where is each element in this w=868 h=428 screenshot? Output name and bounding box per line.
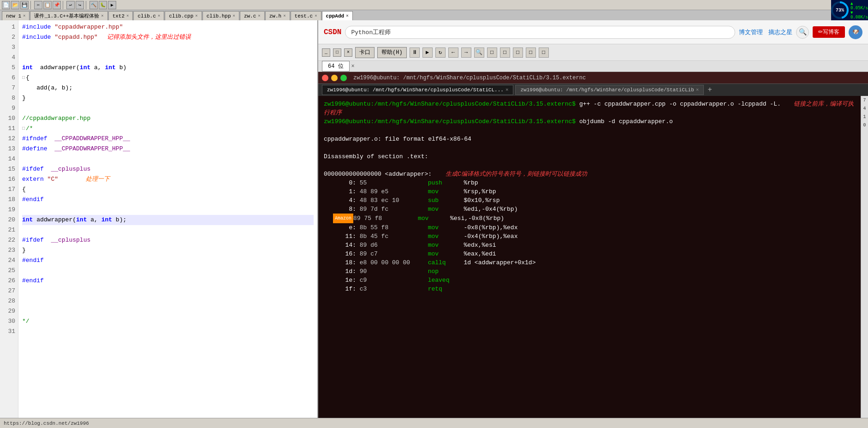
tab-zwh[interactable]: zw.h × <box>265 11 290 20</box>
toolbar-copy-icon[interactable]: 📋 <box>43 1 52 9</box>
tab-close-cppadd[interactable]: × <box>346 14 348 18</box>
tab-close-clibc[interactable]: × <box>158 14 160 18</box>
terminal-cmd2: objdumb -d cppaddwrapper.o <box>576 118 673 125</box>
fold-icon-6[interactable]: □ <box>22 73 25 83</box>
terminal-tab-2-label: zw1996@ubuntu: /mnt/hgfs/WinShare/cplusp… <box>520 87 694 93</box>
toolbar2-back-icon[interactable]: ← <box>448 48 458 58</box>
win-close-btn[interactable]: × <box>344 48 352 57</box>
tab-close-zwh[interactable]: × <box>283 14 285 18</box>
operand-18: 1d <addwrapper+0x1d> <box>464 259 535 266</box>
tab-clibc[interactable]: clib.c × <box>133 11 164 20</box>
tab-close-course[interactable]: × <box>101 14 103 18</box>
terminal-tab-2-close[interactable]: × <box>696 87 699 93</box>
toolbar-redo-icon[interactable]: ↪ <box>76 1 84 9</box>
tab-new1[interactable]: new 1 × <box>2 11 30 20</box>
terminal-file-format-text: cppaddwrapper.o: file format elf64-x86-6… <box>324 136 471 143</box>
nav-link-blog[interactable]: 博文管理 <box>739 28 763 36</box>
tab-cppadd[interactable]: cppAdd × <box>322 11 353 20</box>
terminal-content[interactable]: zw1996@ubuntu:/mnt/hgfs/WinShare/cpluspl… <box>318 96 861 418</box>
search-icon-btn[interactable]: 🔍 <box>796 26 809 39</box>
terminal-tab-1[interactable]: zw1996@ubuntu: /mnt/hgfs/WinShare/cplusp… <box>322 85 513 95</box>
line15-cplusplus: __cplusplus <box>51 164 90 174</box>
browser-search-bar[interactable]: Python工程师 <box>345 26 735 39</box>
line22-ifdef: #ifdef <box>22 235 51 245</box>
help-menu-btn[interactable]: 帮助(H) <box>377 47 407 58</box>
toolbar2-box2-icon[interactable]: □ <box>500 48 510 58</box>
code-line-29 <box>22 306 314 316</box>
code-line-3 <box>22 42 314 53</box>
line-num-15: 15 <box>0 164 15 174</box>
line-num-9: 9 <box>0 103 15 113</box>
tab-zwc[interactable]: zw.c × <box>240 11 265 20</box>
toolbar-open-icon[interactable]: 📂 <box>11 1 19 9</box>
offset-16: 16: <box>333 250 356 258</box>
64bit-close[interactable]: × <box>351 63 355 70</box>
operand-8: %edi,-0x4(%rbp) <box>464 206 517 213</box>
mnemonic-14: mov <box>428 241 460 250</box>
write-blog-button[interactable]: ✏写博客 <box>813 26 845 38</box>
64bit-tab[interactable]: 64 位 <box>322 61 350 71</box>
terminal-disasm-header: Disassembly of section .text: <box>324 152 855 161</box>
code-line-2: #include "cppadd.hpp" 记得添加头文件，这里出过错误 <box>22 32 314 42</box>
toolbar2-pause-icon[interactable]: ⏸ <box>410 48 420 58</box>
terminal-minimize-btn[interactable] <box>331 75 338 81</box>
toolbar-cut-icon[interactable]: ✂ <box>34 1 42 9</box>
code-line-30: */ <box>22 316 314 327</box>
tab-clibcpp[interactable]: clib.cpp × <box>165 11 202 20</box>
site-name: CSDN <box>324 28 341 36</box>
edit-menu-btn[interactable]: 卡口 <box>355 47 375 58</box>
code-line-15: #ifdef __cplusplus <box>22 164 314 174</box>
disasm-line-1d: 1d: 90 nop <box>324 267 855 276</box>
toolbar-undo-icon[interactable]: ↩ <box>66 1 75 9</box>
tab-clibhpp[interactable]: clib.hpp × <box>202 11 239 20</box>
terminal-cmd-line-2: zw1996@ubuntu:/mnt/hgfs/WinShare/cpluspl… <box>324 117 855 126</box>
toolbar-build-icon[interactable]: 🔨 <box>89 1 98 9</box>
toolbar-run-icon[interactable]: ▶ <box>108 1 116 9</box>
line-num-10: 10 <box>0 113 15 124</box>
tab-txt2[interactable]: txt2 × <box>108 11 133 20</box>
toolbar-save-icon[interactable]: 💾 <box>20 1 29 9</box>
line-num-3: 3 <box>0 42 15 53</box>
tab-close-txt2[interactable]: × <box>126 14 129 18</box>
win-minimize-btn[interactable]: _ <box>322 48 330 57</box>
terminal-cmd-line-1: zw1996@ubuntu:/mnt/hgfs/WinShare/cpluspl… <box>324 100 855 117</box>
tab-close-zwc[interactable]: × <box>258 14 260 18</box>
toolbar-paste-icon[interactable]: 📌 <box>53 1 61 9</box>
line-num-16: 16 <box>0 174 15 184</box>
code-line-8: } <box>22 93 314 103</box>
terminal-tab-2[interactable]: zw1996@ubuntu: /mnt/hgfs/WinShare/cplusp… <box>515 85 704 95</box>
fold-icon-11[interactable]: □ <box>22 124 25 134</box>
terminal-maximize-btn[interactable] <box>340 75 347 81</box>
toolbar2-box1-icon[interactable]: □ <box>487 48 497 58</box>
toolbar2-zoom-icon[interactable]: 🔍 <box>474 48 484 58</box>
win-restore-btn[interactable]: □ <box>333 48 341 57</box>
terminal-close-btn[interactable] <box>322 75 328 81</box>
toolbar-debug-icon[interactable]: 🐛 <box>99 1 107 9</box>
toolbar-new-icon[interactable]: 📄 <box>2 1 10 9</box>
terminal-tab-add[interactable]: + <box>707 86 712 94</box>
toolbar2-box5-icon[interactable]: □ <box>539 48 549 58</box>
code-lines-area[interactable]: #include "cppaddwrapper.hpp" #include "c… <box>18 20 317 418</box>
code-line-23: } <box>22 245 314 256</box>
toolbar2-play-icon[interactable]: ▶ <box>422 48 433 58</box>
tab-close-clibcpp[interactable]: × <box>195 14 197 18</box>
tab-close-clibhpp[interactable]: × <box>233 14 235 18</box>
terminal-tab-1-close[interactable]: × <box>505 87 509 93</box>
tab-close-new1[interactable]: × <box>23 14 25 18</box>
code-line-6: □{ <box>22 73 314 83</box>
nav-link-star[interactable]: 摘志之星 <box>768 28 792 36</box>
toolbar2-box3-icon[interactable]: □ <box>513 48 523 58</box>
toolbar2-box4-icon[interactable]: □ <box>526 48 536 58</box>
bytes-0: 55 <box>360 178 424 187</box>
toolbar2-fwd-icon[interactable]: → <box>461 48 471 58</box>
code-line-16: extern "C" 处理一下 <box>22 174 314 184</box>
toolbar2-refresh-icon[interactable]: ↻ <box>435 48 446 58</box>
tab-testc[interactable]: test.c × <box>291 11 321 20</box>
operand-e: -0x8(%rbp),%edx <box>464 224 517 231</box>
right-scrollbar[interactable]: 7 4 1 0 <box>861 96 868 418</box>
code-editor: 1 2 3 4 5 6 7 8 9 10 11 12 13 14 15 16 1… <box>0 20 318 418</box>
line16-annotation: 处理一下 <box>86 174 110 184</box>
disasm-line-b: Amazon 89 75 f8 mov %esi,-0x8(%rbp) <box>324 214 855 223</box>
tab-course[interactable]: 课件_1.3.C++基本编程体验 × <box>30 11 107 20</box>
tab-close-testc[interactable]: × <box>315 14 317 18</box>
